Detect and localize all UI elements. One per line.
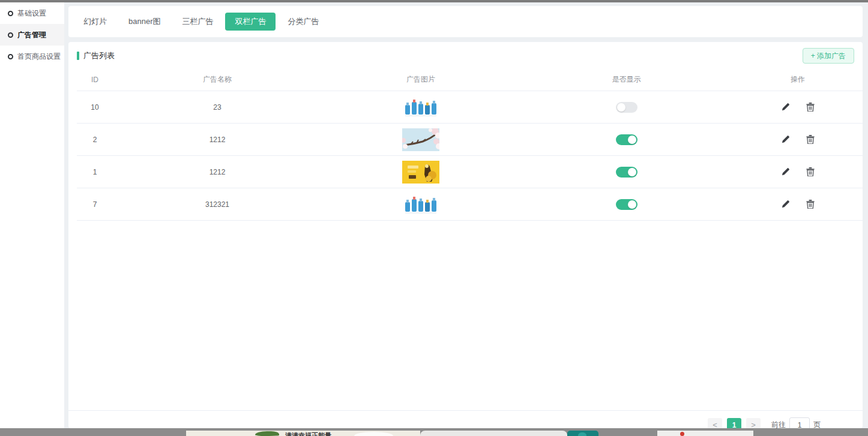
toggle-knob: [617, 103, 625, 112]
panel-title: 广告列表: [77, 50, 115, 61]
red-dot-fragment: [680, 432, 684, 436]
background-card-fragment: [420, 431, 567, 436]
toggle-knob: [628, 168, 636, 176]
ad-table: ID 广告名称 广告图片 是否显示 操作 10 23: [77, 68, 863, 221]
cell-name: 1212: [113, 136, 322, 144]
table-row: 7 312321: [77, 188, 863, 221]
edit-icon[interactable]: [780, 103, 790, 112]
toggle-knob: [628, 200, 636, 209]
row-id: 10: [91, 103, 98, 112]
cell-visible: [520, 167, 733, 178]
delete-icon[interactable]: [806, 167, 815, 177]
sidebar-item-ad-management[interactable]: 广告管理: [0, 24, 64, 46]
cell-actions: [733, 200, 863, 209]
tab-two-column-ad[interactable]: 双栏广告: [225, 13, 276, 31]
ad-image-bottles: [404, 194, 438, 215]
cell-visible: [520, 199, 733, 210]
panel-head: 广告列表 + 添加广告: [68, 42, 863, 68]
ad-type-tabbar: 幻灯片 banner图 三栏广告 双栏广告 分类广告: [68, 6, 863, 37]
cell-image: [322, 128, 520, 151]
background-banner-fragment: 满满幸福正能量: [186, 431, 420, 436]
cell-image: [322, 194, 520, 215]
ad-image-blossom: [402, 128, 439, 151]
cell-id: 2: [77, 136, 113, 144]
table-header-row: ID 广告名称 广告图片 是否显示 操作: [77, 68, 863, 91]
visibility-toggle[interactable]: [616, 134, 637, 145]
sidebar-item-label: 基础设置: [17, 8, 46, 19]
radio-circle-icon: [8, 11, 13, 16]
tab-category-ad[interactable]: 分类广告: [278, 13, 328, 31]
cell-name: 1212: [113, 168, 322, 176]
ad-list-panel: 广告列表 + 添加广告 ID 广告名称 广告图片 是否显示 操作 10 23: [68, 42, 863, 428]
sidebar-item-basic-settings[interactable]: 基础设置: [0, 2, 64, 24]
cell-id: 7: [77, 200, 113, 209]
pagination-footer: < 1 > 前往 页: [68, 410, 863, 428]
ad-image-thumbnail[interactable]: [402, 128, 439, 151]
cell-id: 1: [77, 168, 113, 176]
cell-actions: [733, 103, 863, 112]
sidebar-item-label: 首页商品设置: [17, 52, 61, 62]
table-row: 2 1212: [77, 124, 863, 156]
row-id: 1: [93, 168, 97, 176]
table-row: 1 1212: [77, 156, 863, 188]
cell-image: [322, 161, 520, 184]
row-id: 7: [93, 200, 97, 209]
main-area: 幻灯片 banner图 三栏广告 双栏广告 分类广告 广告列表 + 添加广告 I…: [64, 2, 868, 428]
table-body: 10 23: [77, 91, 863, 221]
ad-image-thumbnail[interactable]: [404, 97, 438, 118]
ad-image-bottles: [404, 97, 438, 118]
radio-circle-icon: [8, 32, 13, 38]
header-ad-name: 广告名称: [113, 74, 322, 85]
row-name: 23: [213, 103, 221, 112]
header-ad-image: 广告图片: [322, 74, 520, 85]
tab-slideshow[interactable]: 幻灯片: [74, 13, 116, 31]
row-name: 1212: [209, 136, 226, 144]
background-teal-fragment: [567, 431, 598, 436]
tab-three-column-ad[interactable]: 三栏广告: [172, 13, 223, 31]
sidebar: 基础设置 广告管理 首页商品设置: [0, 2, 64, 428]
cell-actions: [733, 167, 863, 177]
cell-actions: [733, 135, 863, 145]
background-light-fragment: [657, 431, 753, 436]
edit-icon[interactable]: [780, 200, 790, 209]
visibility-toggle[interactable]: [616, 102, 637, 113]
row-name: 312321: [205, 200, 229, 209]
cell-id: 10: [77, 103, 113, 112]
delete-icon[interactable]: [806, 200, 815, 209]
header-actions: 操作: [733, 74, 863, 85]
header-visible: 是否显示: [520, 74, 733, 85]
sidebar-item-label: 广告管理: [17, 30, 46, 40]
cell-visible: [520, 102, 733, 113]
leaf-image-fragment: [255, 431, 279, 436]
visibility-toggle[interactable]: [616, 199, 637, 210]
table-row: 10 23: [77, 91, 863, 124]
plate-image-fragment: [354, 432, 393, 436]
header-id: ID: [77, 76, 113, 84]
radio-circle-icon: [8, 54, 13, 59]
panel-title-text: 广告列表: [83, 50, 115, 61]
ad-image-thumbnail[interactable]: [402, 161, 439, 184]
cell-name: 23: [113, 103, 322, 112]
cell-name: 312321: [113, 200, 322, 209]
row-id: 2: [93, 136, 97, 144]
sidebar-item-home-product-settings[interactable]: 首页商品设置: [0, 46, 64, 67]
visibility-toggle[interactable]: [616, 167, 637, 178]
ad-image-banner: [402, 161, 439, 184]
title-accent-bar: [77, 52, 79, 60]
cell-image: [322, 97, 520, 118]
background-strip-text: 满满幸福正能量: [285, 431, 331, 436]
delete-icon[interactable]: [806, 135, 815, 145]
row-name: 1212: [209, 168, 226, 176]
toggle-knob: [628, 136, 636, 144]
edit-icon[interactable]: [780, 135, 790, 145]
cell-visible: [520, 134, 733, 145]
add-ad-button[interactable]: + 添加广告: [803, 48, 854, 64]
tab-banner[interactable]: banner图: [119, 13, 170, 31]
edit-icon[interactable]: [780, 167, 790, 177]
delete-icon[interactable]: [806, 103, 815, 112]
teal-icon-fragment: [578, 432, 586, 436]
ad-image-thumbnail[interactable]: [404, 194, 438, 215]
background-page-strip: 满满幸福正能量: [0, 428, 868, 436]
